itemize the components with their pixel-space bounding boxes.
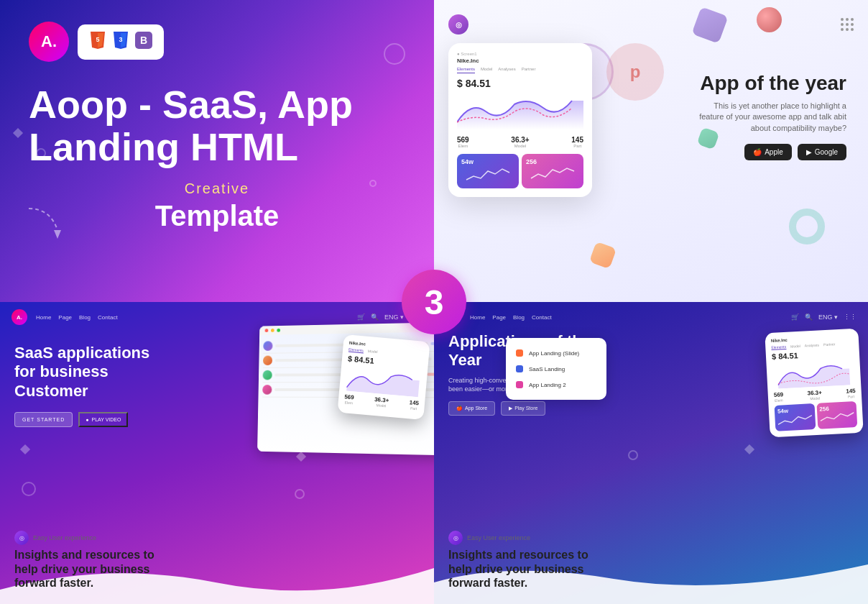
bootstrap-badge: B	[134, 30, 154, 54]
phone-br-cards: 54w 256	[775, 401, 858, 431]
get-started-btn[interactable]: GET STARTED	[14, 412, 73, 427]
phone-bl-stat3: 145 Part	[409, 399, 420, 411]
lang-icon-left[interactable]: ENG ▾	[384, 314, 404, 321]
app-of-year-section: App of the year This is yet another plac…	[688, 72, 846, 160]
tab-partner[interactable]: Partner	[522, 67, 536, 73]
play-store-btn[interactable]: ▶ Play Store	[501, 401, 545, 416]
tech-badges: 5 3 B	[78, 24, 164, 60]
phone-br-card-pink: 256	[816, 401, 857, 429]
html5-badge: 5	[88, 30, 108, 54]
bottom-right-nav: A. Home Page Blog Contact 🛒 🔍 ENG ▾ ⋮⋮	[434, 302, 868, 332]
stat-569: 569 Elem	[457, 136, 469, 148]
circle-letter-p: p	[606, 43, 664, 101]
phone-company: Nike.Inc	[457, 58, 583, 64]
dropdown-item-2[interactable]: SaaS Landing	[513, 361, 599, 377]
chart-mini	[457, 93, 583, 129]
grid-icon-right[interactable]: ⋮⋮	[844, 314, 857, 321]
nav-home-right[interactable]: Home	[470, 314, 485, 321]
bottom-left-hero-title: SaaS applications for business Customer	[14, 344, 172, 401]
easy-ux-label-right: Easy User experience	[467, 534, 530, 541]
easy-ux-label-left: Easy User experience	[33, 534, 96, 541]
apple-icon: 🍎	[753, 148, 762, 156]
dropdown-menu: App Landing (Slide) SaaS Landing App Lan…	[506, 338, 606, 400]
window-dot-green	[277, 329, 280, 332]
nav-home-left[interactable]: Home	[36, 314, 51, 321]
play-video-btn[interactable]: ● PLAY VIDEO	[78, 412, 128, 427]
deco-br-circle1	[628, 450, 638, 460]
phone-cards: 54w 256	[457, 154, 583, 188]
stat-145: 145 Part	[571, 136, 583, 148]
search-icon-right[interactable]: 🔍	[805, 314, 813, 321]
shape-torus	[789, 209, 825, 244]
ux-icon-left: ◎	[14, 531, 29, 545]
nav-page-right[interactable]: Page	[492, 314, 506, 321]
window-dot-yellow	[271, 329, 274, 332]
phone-br-stat2: 36.3+ Model	[807, 389, 822, 401]
app-store-btn[interactable]: 🍎 App Store	[448, 401, 495, 416]
panel-bottom-right: A. Home Page Blog Contact 🛒 🔍 ENG ▾ ⋮⋮ A…	[434, 302, 868, 604]
nav-blog-right[interactable]: Blog	[513, 314, 525, 321]
nav-blog-left[interactable]: Blog	[79, 314, 91, 321]
dropdown-dot-pink	[516, 381, 523, 388]
insights-title-left: Insights and resources to help drive you…	[14, 548, 158, 590]
lang-icon-right[interactable]: ENG ▾	[818, 314, 838, 321]
logo-area: A. 5 3	[29, 22, 405, 62]
deco-bl-circle2	[22, 482, 36, 496]
phone-bl-chart	[345, 366, 422, 398]
play-icon2: ▶	[509, 406, 512, 411]
svg-text:5: 5	[96, 36, 99, 43]
google-store-btn[interactable]: ▶ Google	[798, 144, 846, 160]
nav-contact-left[interactable]: Contact	[98, 314, 118, 321]
deco-circle-3	[369, 180, 377, 187]
phone-br-chart2	[777, 413, 812, 427]
dropdown-item-3[interactable]: App Landing 2	[513, 377, 599, 393]
phone-bottom-right: Nike.Inc Elements Model Analyses Partner…	[765, 329, 863, 438]
ux-icon-right: ◎	[448, 531, 463, 545]
nav-icons-right: 🛒 🔍 ENG ▾ ⋮⋮	[791, 314, 857, 321]
ls-avatar-3	[263, 370, 272, 380]
panel-top-right: ◎ A p	[434, 0, 868, 302]
dropdown-dot-blue	[516, 365, 523, 372]
app-of-year-desc: This is yet another place to highlight a…	[688, 101, 846, 134]
phone-br-card-blue: 54w	[775, 403, 816, 431]
phone-br-chart	[772, 360, 856, 389]
cart-icon-right[interactable]: 🛒	[791, 314, 799, 321]
phone-br-tab1: Elements	[771, 344, 786, 350]
ls-badge-3	[427, 372, 434, 375]
phone-br-tab3: Analyses	[805, 343, 820, 349]
panel-bottom-left: A. Home Page Blog Contact 🛒 🔍 ENG ▾ ⋮⋮ S…	[0, 302, 434, 604]
phone-bl-tab2: Model	[368, 349, 378, 354]
tab-model[interactable]: Model	[481, 67, 492, 73]
apple-store-btn[interactable]: 🍎 Apple	[744, 144, 792, 160]
phone-mockup-top: ● Screen1 Nike.Inc Elements Model Analys…	[448, 43, 592, 197]
stat-363: 36.3+ Model	[511, 136, 529, 148]
cart-icon-left[interactable]: 🛒	[357, 314, 365, 321]
phone-card-blue: 54w	[457, 154, 519, 188]
phone-bl-stat2: 36.3+ Model	[374, 396, 389, 408]
dots-grid-icon	[841, 18, 854, 31]
panel-top-left: A. 5 3	[0, 0, 434, 302]
svg-text:B: B	[140, 35, 147, 46]
preview-logo-small: ◎	[448, 14, 468, 35]
search-icon-left[interactable]: 🔍	[371, 314, 379, 321]
deco-diamond-1	[13, 128, 23, 138]
dropdown-dot-orange	[516, 349, 523, 357]
easy-ux-row-left: ◎ Easy User experience	[14, 531, 158, 545]
deco-circle-1	[384, 43, 405, 65]
easy-ux-row-right: ◎ Easy User experience	[448, 531, 592, 545]
apple-icon2: 🍎	[456, 406, 463, 411]
subtitle-creative: Creative	[29, 180, 405, 197]
phone-bl-stat1: 569 Elem	[343, 393, 354, 405]
phone-br-stat1: 569 Elem	[774, 391, 784, 403]
bottom-section-text-left: ◎ Easy User experience Insights and reso…	[14, 531, 158, 590]
phone-br-tab2: Model	[790, 344, 800, 349]
store-buttons: 🍎 Apple ▶ Google	[688, 144, 846, 160]
dropdown-item-1[interactable]: App Landing (Slide)	[513, 345, 599, 361]
tab-elements[interactable]: Elements	[457, 67, 475, 73]
tab-analyses[interactable]: Analyses	[498, 67, 515, 73]
google-icon: ▶	[806, 148, 812, 156]
phone-br-chart3	[820, 411, 854, 425]
main-title: Aoop - SaaS, App Landing HTML	[29, 83, 405, 169]
nav-contact-right[interactable]: Contact	[532, 314, 552, 321]
nav-page-left[interactable]: Page	[58, 314, 72, 321]
